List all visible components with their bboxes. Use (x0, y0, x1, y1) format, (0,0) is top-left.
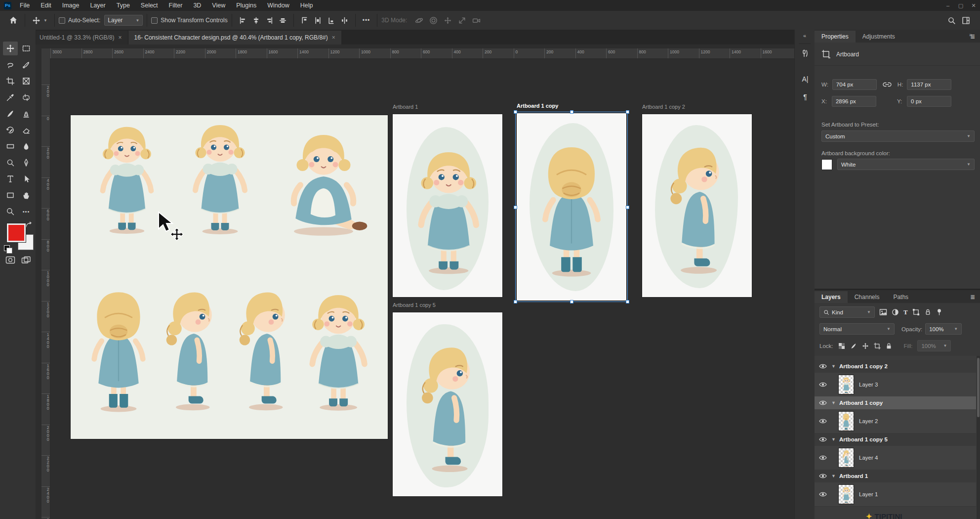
3d-orbit-button[interactable] (412, 16, 426, 25)
visibility-eye-icon[interactable] (815, 382, 831, 388)
artboard-1-copy-5-canvas[interactable] (393, 312, 502, 496)
menu-layer[interactable]: Layer (84, 2, 111, 9)
menu-plugins[interactable]: Plugins (231, 2, 262, 9)
eyedropper-tool[interactable] (3, 90, 18, 104)
auto-select-checkbox[interactable] (59, 17, 65, 24)
layer-row[interactable]: Layer 2 (815, 409, 976, 433)
tab-adjustments[interactable]: Adjustments (856, 31, 902, 43)
selection-handle[interactable] (626, 206, 629, 209)
filter-kind-dropdown[interactable]: Kind ▼ (819, 306, 875, 318)
layer-thumbnail[interactable] (838, 484, 854, 504)
menu-file[interactable]: File (14, 2, 35, 9)
canvas-area[interactable]: 3000280026002400220020001800160014001200… (36, 44, 794, 519)
artboard-label[interactable]: Artboard 1 copy 5 (393, 302, 436, 308)
chevron-down-icon[interactable]: ▼ (831, 364, 839, 369)
layer-row[interactable]: Layer 3 (815, 373, 976, 397)
artboard-label[interactable]: Artboard 1 copy 2 (642, 104, 685, 110)
zoom-tool[interactable] (3, 205, 18, 218)
scrollbar-thumb[interactable] (977, 358, 980, 417)
preset-dropdown[interactable]: Custom▼ (821, 130, 975, 142)
x-input[interactable]: 2896 px (832, 96, 876, 107)
y-input[interactable]: 0 px (907, 96, 951, 107)
align-horizontal-centers-button[interactable] (249, 17, 263, 24)
distribute-spacing-button[interactable] (338, 17, 351, 24)
document-tab-character-design[interactable]: 16- Consistent Character design.psd @ 40… (128, 31, 341, 44)
layer-group-row[interactable]: ▼ Artboard 1 (815, 470, 976, 483)
3d-camera-button[interactable] (469, 16, 484, 25)
filter-smart-objects-icon[interactable] (924, 308, 932, 316)
workspace-switcher-button[interactable] (959, 16, 973, 25)
layer-row[interactable]: Layer 1 (815, 482, 976, 507)
lock-transparent-icon[interactable] (838, 343, 845, 349)
quick-mask-button[interactable] (3, 253, 18, 267)
maximize-button[interactable]: ▢ (954, 2, 967, 9)
more-options-button[interactable]: ••• (360, 17, 373, 24)
align-right-edges-button[interactable] (263, 17, 276, 24)
artboard-bg-dropdown[interactable]: White▼ (837, 159, 975, 170)
align-vertical-centers-button[interactable] (276, 17, 289, 24)
height-input[interactable]: 1137 px (907, 79, 951, 90)
tab-layers[interactable]: Layers (815, 291, 848, 303)
visibility-eye-icon[interactable] (815, 491, 831, 497)
design-sheet-artboard[interactable] (71, 115, 388, 439)
layer-thumbnail[interactable] (838, 375, 854, 394)
brush-settings-panel-icon[interactable] (798, 46, 813, 60)
history-brush-tool[interactable] (3, 123, 18, 137)
visibility-eye-icon[interactable] (815, 400, 831, 406)
layer-row[interactable]: Layer 4 (815, 446, 976, 470)
distribute-top-edges-button[interactable] (298, 17, 311, 24)
selection-handle[interactable] (570, 300, 573, 303)
frame-tool[interactable] (19, 74, 34, 88)
path-selection-tool[interactable] (19, 172, 34, 186)
menu-type[interactable]: Type (111, 2, 135, 9)
menu-edit[interactable]: Edit (35, 2, 57, 9)
character-panel-icon[interactable]: A| (798, 72, 813, 86)
menu-view[interactable]: View (206, 2, 231, 9)
close-tab-icon[interactable]: × (119, 34, 122, 41)
visibility-eye-icon[interactable] (815, 473, 831, 479)
vertical-ruler[interactable]: 2000200400600800100012001400160018002000… (41, 58, 50, 519)
visibility-eye-icon[interactable] (815, 455, 831, 461)
blend-mode-dropdown[interactable]: Normal▼ (819, 323, 895, 335)
close-tab-icon[interactable]: × (332, 34, 335, 41)
marquee-tool[interactable] (19, 42, 34, 55)
3d-pan-button[interactable] (441, 16, 455, 25)
visibility-eye-icon[interactable] (815, 436, 831, 442)
dodge-tool[interactable] (3, 156, 18, 170)
crop-tool[interactable] (3, 74, 18, 88)
type-tool[interactable] (3, 172, 18, 186)
artboard-label-selected[interactable]: Artboard 1 copy (517, 103, 558, 109)
menu-3d[interactable]: 3D (188, 2, 206, 9)
swap-colors-icon[interactable] (25, 221, 33, 228)
auto-select-target-dropdown[interactable]: Layer▼ (104, 15, 143, 26)
width-input[interactable]: 704 px (832, 79, 877, 90)
lock-artboard-icon[interactable] (874, 343, 881, 349)
distribute-horizontal-centers-button[interactable] (311, 17, 325, 24)
filter-adjustment-layers-icon[interactable] (892, 308, 899, 316)
filter-toggle-icon[interactable] (936, 308, 942, 316)
screen-mode-button[interactable] (19, 253, 34, 267)
filter-type-layers-icon[interactable]: T (903, 308, 908, 316)
menu-select[interactable]: Select (135, 2, 163, 9)
paragraph-panel-icon[interactable]: ¶ (798, 90, 813, 104)
layer-group-row-selected[interactable]: ▼ Artboard 1 copy (815, 396, 976, 410)
clone-stamp-tool[interactable] (19, 107, 34, 121)
pen-tool[interactable] (19, 156, 34, 170)
object-selection-tool[interactable] (19, 58, 34, 72)
menu-image[interactable]: Image (57, 2, 85, 9)
filter-pixel-layers-icon[interactable] (879, 308, 887, 316)
home-button[interactable] (6, 16, 21, 25)
lock-pixels-icon[interactable] (850, 343, 857, 349)
gradient-tool[interactable] (3, 139, 18, 153)
chevron-down-icon[interactable]: ▼ (831, 474, 839, 478)
healing-brush-tool[interactable] (19, 90, 34, 104)
minimize-button[interactable]: – (941, 2, 954, 8)
chevron-down-icon[interactable]: ▼ (831, 400, 839, 405)
menu-window[interactable]: Window (262, 2, 294, 9)
distribute-bottom-edges-button[interactable] (325, 17, 338, 24)
artboard-bg-swatch[interactable] (821, 159, 832, 170)
link-dimensions-icon[interactable] (883, 81, 892, 88)
lock-position-icon[interactable] (862, 343, 869, 349)
rectangle-tool[interactable] (3, 188, 18, 202)
panel-menu-icon[interactable]: ≣ (965, 291, 980, 303)
